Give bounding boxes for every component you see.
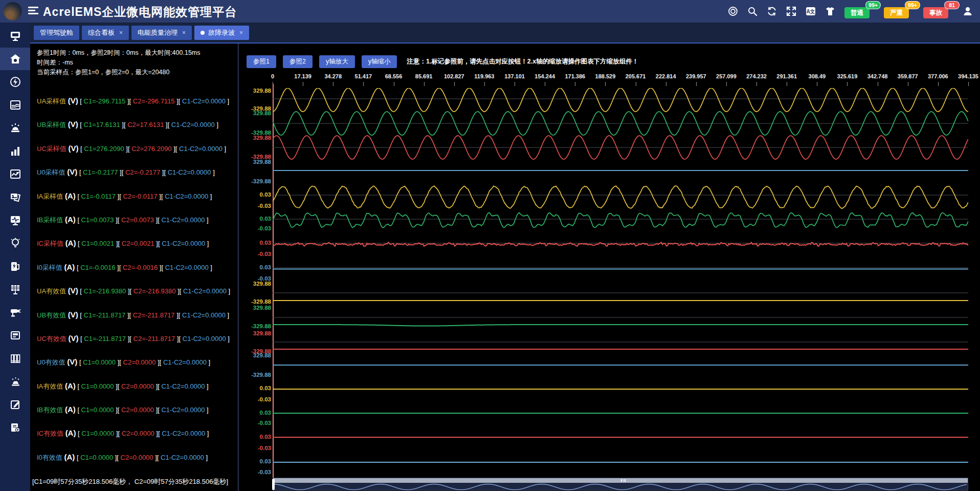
channel-diff-value: C1-C2=0.0000 — [182, 311, 226, 319]
chart-button-2[interactable]: y轴放大 — [319, 55, 355, 68]
bracket: ] — [205, 430, 209, 437]
alarm-button-label: 事故 — [929, 9, 942, 17]
sidebar-item-bar-chart[interactable] — [0, 140, 30, 162]
waveform-IC采样值 — [273, 242, 968, 246]
channel-c1-value: C1=276.2090 — [84, 145, 124, 153]
channel-c2-value: C2=-211.8717 — [133, 335, 175, 343]
sidebar-item-alarm-light[interactable] — [0, 370, 30, 393]
tab-1[interactable]: 综合看板× — [82, 26, 129, 40]
sidebar-item-alarm-siren[interactable] — [0, 117, 30, 139]
sidebar-item-ev-charger[interactable] — [0, 255, 30, 277]
channel-name: UA采样值 — [37, 97, 66, 105]
channel-c1-value: C1=0.0021 — [81, 240, 114, 247]
channel-c2-value: C2=0.0000 — [121, 382, 154, 390]
sidebar-item-cctv-camera[interactable] — [0, 301, 30, 324]
refresh-icon[interactable] — [767, 6, 777, 16]
edit-pen-icon — [10, 399, 21, 410]
translate-glyph: A文 — [806, 9, 815, 14]
tab-close-icon[interactable]: × — [182, 29, 186, 36]
sidebar-item-gallery[interactable] — [0, 186, 30, 208]
channel-unit: (V) — [68, 286, 78, 295]
sidebar-item-terminal-device[interactable] — [0, 324, 30, 347]
y-axis-tick-label-strip13: -0.03 — [239, 420, 271, 426]
bracket: [ — [80, 287, 83, 295]
chart-button-1[interactable]: 参照2 — [283, 55, 313, 68]
channel-c1-value: C1=0.0000 — [83, 358, 116, 366]
channel-row-8: UA有效值 (V) [ C1=-216.9380 ][ C2=-216.9380… — [37, 286, 230, 310]
theme-icon[interactable] — [825, 6, 835, 16]
search-icon[interactable] — [747, 6, 758, 16]
channel-c1-value: C1=-211.8717 — [84, 311, 126, 319]
bracket: ] — [222, 145, 226, 153]
fullscreen-icon[interactable] — [786, 6, 796, 16]
page-title: AcrelEMS企业微电网能效管理平台 — [43, 4, 237, 20]
channel-row-0: UA采样值 (V) [ C1=-296.7115 ][ C2=-296.7115… — [37, 96, 230, 120]
bracket: ][ — [176, 287, 183, 295]
datazoom-grip-icon[interactable] — [620, 479, 626, 482]
bracket: [ — [77, 382, 81, 390]
chart-button-3[interactable]: y轴缩小 — [362, 55, 397, 68]
bracket: ][ — [154, 216, 161, 224]
channel-row-5: IB采样值 (A) [ C1=0.0073 ][ C2=0.0073 ][ C1… — [37, 215, 230, 239]
user-icon[interactable] — [963, 6, 973, 16]
alarm-button-1[interactable]: 严重99+ — [884, 7, 909, 18]
datazoom-left-handle[interactable] — [272, 479, 275, 490]
tab-close-icon[interactable]: × — [119, 29, 123, 36]
x-axis-tick-label: 325.619 — [837, 73, 858, 79]
avatar[interactable] — [4, 2, 22, 20]
header-actions: A文 普通99+严重99+事故81 — [728, 0, 980, 23]
x-axis-tick-mark — [878, 82, 878, 86]
sidebar-item-energy-bolt[interactable] — [0, 71, 30, 93]
sidebar-item-edit-pen[interactable] — [0, 393, 30, 416]
channel-name: UC有效值 — [37, 335, 66, 343]
bracket: ][ — [116, 358, 123, 366]
alarm-button-2[interactable]: 事故81 — [923, 7, 948, 18]
tab-0[interactable]: 管理驾驶舱 — [34, 26, 79, 40]
sidebar-item-bulb[interactable] — [0, 232, 30, 254]
y-axis-tick-label-strip6: 0.03 — [239, 240, 271, 246]
x-axis-tick-label: 0 — [271, 73, 274, 79]
waveform-plot[interactable] — [273, 88, 968, 478]
channel-unit: (V) — [68, 310, 78, 319]
sidebar-item-report-curve[interactable] — [0, 94, 30, 116]
datazoom-selected-bar[interactable] — [273, 478, 968, 483]
x-axis-tick-mark — [726, 82, 727, 86]
bracket: ][ — [175, 97, 182, 105]
datazoom-slider[interactable] — [273, 478, 968, 490]
alarm-button-0[interactable]: 普通99+ — [844, 7, 870, 18]
chart-button-0[interactable]: 参照1 — [247, 55, 276, 68]
bracket: ][ — [156, 358, 163, 366]
tab-close-icon[interactable]: × — [239, 29, 243, 36]
channel-c2-value: C2=-0.0117 — [123, 193, 157, 200]
bracket: ][ — [114, 382, 121, 390]
menu-toggle-icon[interactable] — [28, 7, 38, 16]
tab-3[interactable]: 故障录波× — [194, 26, 249, 40]
waveform-chart-panel: 参照1参照2y轴放大y轴缩小注意：1.标记参照前，请先点击对应按钮！2.x轴的缩… — [239, 44, 980, 491]
sidebar-item-screen-monitor[interactable] — [0, 25, 30, 47]
alarm-count-badge: 99+ — [905, 1, 920, 9]
bracket: ][ — [115, 264, 122, 271]
y-axis-tick-label-strip12: 0.03 — [239, 385, 271, 391]
sidebar-item-monitor-wave[interactable] — [0, 209, 30, 231]
x-axis-tick-mark — [908, 82, 908, 86]
sidebar-item-archive-books[interactable] — [0, 347, 30, 370]
sidebar-item-home[interactable] — [0, 48, 30, 70]
channel-unit: (A) — [65, 429, 76, 437]
sidebar-item-solar-panel[interactable] — [0, 278, 30, 301]
channel-unit: (V) — [68, 120, 78, 129]
x-axis-tick-label: 257.099 — [716, 73, 737, 79]
translate-icon[interactable]: A文 — [806, 6, 816, 16]
bracket: ] — [226, 311, 229, 319]
y-axis-tick-label-strip5: -0.03 — [239, 225, 271, 231]
sidebar-item-doc-gear[interactable] — [0, 416, 30, 439]
energy-bolt-icon — [10, 76, 21, 88]
bracket: ] — [205, 406, 208, 414]
support-icon[interactable] — [728, 6, 738, 16]
sidebar-item-trend-chart[interactable] — [0, 163, 30, 185]
cctv-camera-icon — [10, 307, 21, 318]
tab-2[interactable]: 电能质量治理× — [131, 26, 192, 40]
channel-diff-value: C1-C2=0.0000 — [182, 97, 226, 105]
channel-c2-value: C2=-296.7115 — [133, 97, 175, 105]
x-axis-tick-label: 359.877 — [898, 73, 918, 79]
channel-diff-value: C1-C2=0.0000 — [161, 216, 205, 224]
